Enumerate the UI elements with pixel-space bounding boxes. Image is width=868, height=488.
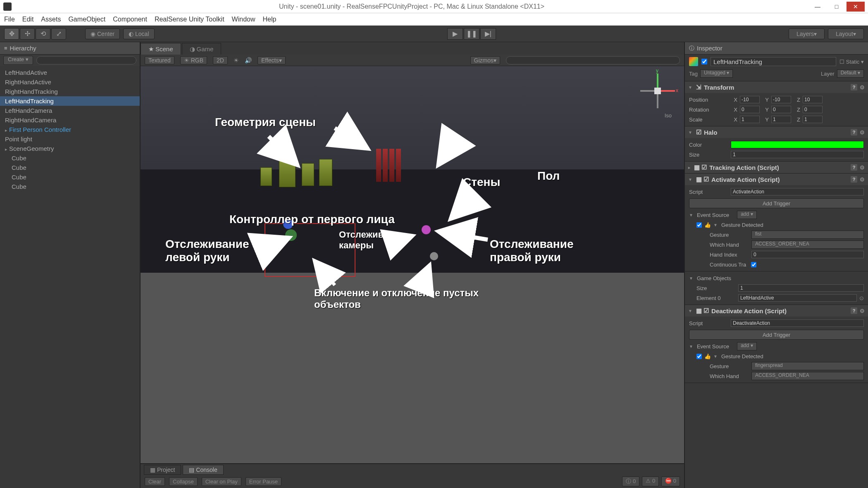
console-clear[interactable]: Clear — [145, 477, 165, 486]
effects-dropdown[interactable]: Effects ▾ — [258, 56, 286, 64]
deactivate-action-header[interactable]: ▼▦ ☑ Deactivate Action (Script)?⚙ — [685, 305, 868, 317]
pos-y[interactable] — [771, 96, 791, 103]
gear-icon[interactable]: ⚙ — [860, 84, 865, 90]
hierarchy-search[interactable] — [36, 56, 136, 64]
menu-file[interactable]: File — [4, 16, 15, 23]
hierarchy-item[interactable]: SceneGeometry — [0, 144, 140, 153]
gear-icon[interactable]: ⚙ — [860, 176, 865, 183]
hierarchy-tab[interactable]: ≡Hierarchy — [0, 42, 140, 55]
transform-header[interactable]: ▼⇲ Transform?⚙ — [685, 81, 868, 93]
pivot-local-button[interactable]: ◐ Local — [123, 29, 154, 39]
geometry-cylinder[interactable] — [376, 149, 381, 182]
geometry-cylinder[interactable] — [389, 149, 394, 182]
pivot-center-button[interactable]: ◉ Center — [85, 29, 120, 39]
hierarchy-item[interactable]: Cube — [0, 172, 140, 182]
scale-x[interactable] — [740, 116, 760, 123]
gesture-dropdown[interactable]: fist — [751, 231, 864, 239]
gear-icon[interactable]: ⚙ — [860, 129, 865, 136]
menu-assets[interactable]: Assets — [41, 16, 61, 23]
render-dropdown[interactable]: ☀ RGB — [180, 56, 207, 64]
maximize-button[interactable]: □ — [827, 2, 846, 12]
camera-sphere[interactable] — [283, 219, 293, 229]
gesture-dropdown2[interactable]: fingerspread — [751, 362, 864, 370]
hierarchy-item[interactable]: Cube — [0, 182, 140, 191]
event-source-add[interactable]: add ▾ — [737, 342, 756, 350]
rotate-tool-icon[interactable]: ⟲ — [36, 28, 50, 40]
orientation-gizmo[interactable]: y x — [639, 72, 676, 109]
light-icon[interactable]: ☀ — [234, 57, 239, 64]
tab-console[interactable]: ▤ Console — [183, 465, 223, 475]
geometry-cylinder[interactable] — [396, 149, 401, 182]
move-tool-icon[interactable]: ✢ — [20, 28, 35, 40]
halo-size-field[interactable] — [731, 151, 864, 158]
deactivate-script-field[interactable] — [731, 319, 864, 327]
pos-z[interactable] — [803, 96, 823, 103]
hierarchy-item[interactable]: First Person Controller — [0, 125, 140, 134]
hierarchy-item[interactable]: LeftHandTracking — [0, 96, 140, 106]
play-button[interactable]: ▶ — [447, 28, 463, 40]
hierarchy-item[interactable]: Point light — [0, 134, 140, 144]
hierarchy-item[interactable]: RightHandTracking — [0, 87, 140, 96]
deactivate-add-trigger[interactable]: Add Trigger — [689, 330, 864, 340]
geometry-cube[interactable] — [319, 159, 332, 186]
scale-z[interactable] — [803, 116, 823, 123]
rot-y[interactable] — [771, 106, 791, 113]
pause-button[interactable]: ❚❚ — [464, 28, 479, 40]
rot-x[interactable] — [740, 106, 760, 113]
hand-tool-icon[interactable]: ✥ — [4, 28, 19, 40]
hierarchy-item[interactable]: RightHandActive — [0, 77, 140, 87]
tab-project[interactable]: ▦ Project — [144, 465, 181, 475]
empty-object[interactable] — [430, 252, 438, 260]
right-hand-sphere[interactable] — [422, 225, 431, 234]
create-dropdown[interactable]: Create ▾ — [3, 56, 33, 65]
gesture-detected-check2[interactable] — [696, 354, 702, 359]
activate-add-trigger[interactable]: Add Trigger — [689, 198, 864, 208]
geometry-cylinder[interactable] — [383, 149, 388, 182]
menu-component[interactable]: Component — [113, 16, 147, 23]
geometry-cube[interactable] — [260, 167, 272, 186]
help-icon[interactable]: ? — [851, 84, 857, 90]
hierarchy-item[interactable]: RightHandCamera — [0, 115, 140, 125]
layer-dropdown[interactable]: Default ▾ — [837, 69, 864, 78]
2d-toggle[interactable]: 2D — [213, 56, 228, 64]
console-error-count[interactable]: ⛔ 0 — [661, 476, 680, 486]
scale-y[interactable] — [771, 116, 791, 123]
help-icon[interactable]: ? — [851, 307, 857, 314]
go-element-field[interactable] — [738, 294, 857, 302]
activate-action-header[interactable]: ▼▦ ☑ Activate Action (Script)?⚙ — [685, 174, 868, 185]
help-icon[interactable]: ? — [851, 164, 857, 171]
hand-index-field[interactable] — [751, 251, 864, 258]
help-icon[interactable]: ? — [851, 176, 857, 183]
hierarchy-item[interactable]: LeftHandActive — [0, 68, 140, 77]
menu-window[interactable]: Window — [232, 16, 255, 23]
layout-dropdown[interactable]: Layout ▾ — [828, 29, 864, 39]
geometry-cube[interactable] — [302, 163, 314, 186]
audio-icon[interactable]: 🔊 — [245, 57, 252, 64]
hierarchy-item[interactable]: Cube — [0, 163, 140, 172]
geometry-cube[interactable] — [279, 155, 296, 187]
scale-tool-icon[interactable]: ⤢ — [51, 28, 66, 40]
step-button[interactable]: ▶| — [480, 28, 496, 40]
event-source-add[interactable]: add ▾ — [737, 211, 756, 219]
menu-edit[interactable]: Edit — [22, 16, 34, 23]
tracking-action-header[interactable]: ▸▦ ☑ Tracking Action (Script)?⚙ — [685, 162, 868, 173]
scene-view[interactable]: y x Iso Геометрия сцены Стены Пол Контро… — [141, 66, 684, 463]
continuous-check[interactable] — [751, 262, 756, 267]
menu-help[interactable]: Help — [263, 16, 277, 23]
gizmos-dropdown[interactable]: Gizmos ▾ — [470, 56, 500, 64]
tab-scene[interactable]: ★ Scene — [141, 43, 181, 55]
menu-realsense[interactable]: RealSense Unity Toolkit — [155, 16, 224, 23]
close-button[interactable]: ✕ — [847, 2, 865, 12]
inspector-tab[interactable]: ⓘInspector — [685, 42, 868, 55]
fpc-gizmo[interactable] — [265, 223, 355, 277]
console-clear-on-play[interactable]: Clear on Play — [202, 477, 241, 486]
gameobject-name-field[interactable] — [711, 57, 836, 66]
gameobject-active-checkbox[interactable] — [701, 59, 707, 64]
hierarchy-item[interactable]: Cube — [0, 153, 140, 163]
gesture-detected-check[interactable] — [696, 222, 702, 228]
halo-color-swatch[interactable] — [731, 141, 864, 148]
rot-z[interactable] — [803, 106, 823, 113]
console-error-pause[interactable]: Error Pause — [246, 477, 281, 486]
halo-header[interactable]: ▼☑ Halo?⚙ — [685, 126, 868, 138]
which-hand-dropdown2[interactable]: ACCESS_ORDER_NEA — [751, 372, 864, 380]
